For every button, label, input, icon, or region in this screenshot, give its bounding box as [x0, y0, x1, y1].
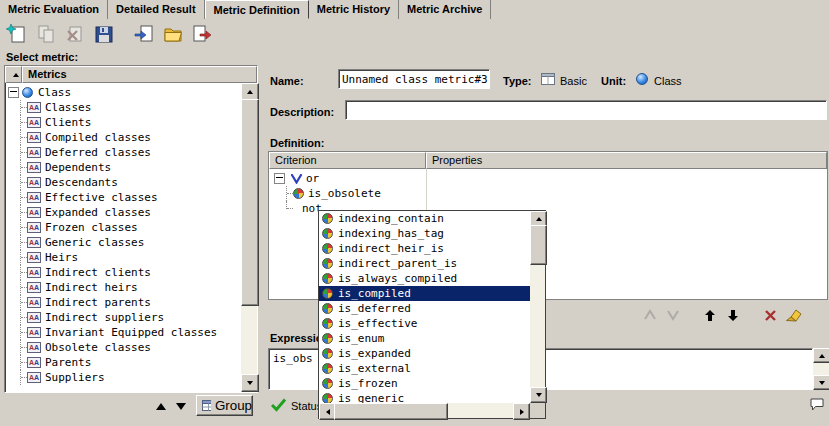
dropdown-item-is-compiled[interactable]: is_compiled [319, 286, 530, 301]
criterion-list: indexing_containindexing_has_tagindirect… [319, 211, 530, 403]
scroll-up-button[interactable] [813, 348, 829, 363]
tree-item-indirect-clients[interactable]: AAIndirect clients [5, 265, 241, 280]
tree-item-descendants[interactable]: AADescendants [5, 175, 241, 190]
dropdown-item-is-external[interactable]: is_external [319, 361, 530, 376]
tree-item-parents[interactable]: AAParents [5, 355, 241, 370]
open-metric-archive-button[interactable] [160, 22, 186, 46]
scrollbar-thumb[interactable] [334, 403, 448, 420]
tree-item-label: Indirect parents [45, 296, 151, 309]
tab-detailed-result[interactable]: Detailed Result [108, 0, 204, 19]
dropdown-item-label: indirect_parent_is [338, 257, 457, 270]
sort-column-header[interactable] [5, 66, 22, 83]
tree-item-generic-classes[interactable]: AAGeneric classes [5, 235, 241, 250]
tree-item-heirs[interactable]: AAHeirs [5, 250, 241, 265]
tree-item-invariant-equipped-classes[interactable]: AAInvariant Equipped classes [5, 325, 241, 340]
tree-item-effective-classes[interactable]: AAEffective classes [5, 190, 241, 205]
export-metrics-button[interactable] [189, 22, 215, 46]
dropdown-item-is-always-compiled[interactable]: is_always_compiled [319, 271, 530, 286]
description-input[interactable] [345, 100, 827, 120]
tree-item-classes[interactable]: AAClasses [5, 100, 241, 115]
tab-metric-definition[interactable]: Metric Definition [205, 0, 309, 19]
description-label: Description: [270, 106, 334, 118]
tree-item-compiled-classes[interactable]: AACompiled classes [5, 130, 241, 145]
dropdown-item-indirect-heir-is[interactable]: indirect_heir_is [319, 241, 530, 256]
tree-item-dependents[interactable]: AADependents [5, 160, 241, 175]
tree-connector [15, 370, 27, 385]
tree-item-label: Effective classes [45, 191, 158, 204]
scroll-right-button[interactable] [513, 403, 530, 420]
tree-item-label: Deferred classes [45, 146, 151, 159]
criterion-row-or[interactable]: or [269, 171, 827, 186]
group-toggle-button[interactable]: Group [196, 395, 253, 416]
scroll-down-button[interactable] [530, 387, 547, 403]
tree-connector [15, 100, 27, 115]
scrollbar-thumb[interactable] [241, 99, 259, 306]
tree-scrollbar[interactable] [241, 83, 257, 392]
insert-and-button[interactable] [640, 306, 660, 324]
collapse-icon[interactable] [8, 87, 19, 98]
dropdown-item-indexing-contain[interactable]: indexing_contain [319, 211, 530, 226]
tree-connector [15, 220, 27, 235]
move-metric-up-button[interactable] [152, 398, 170, 414]
scroll-down-button[interactable] [241, 374, 259, 392]
properties-column-header[interactable]: Properties [426, 152, 827, 169]
tree-item-deferred-classes[interactable]: AADeferred classes [5, 145, 241, 160]
metric-icon: AA [27, 147, 41, 158]
tree-item-suppliers[interactable]: AASuppliers [5, 370, 241, 385]
collapse-icon[interactable] [274, 173, 285, 184]
tree-item-clients[interactable]: AAClients [5, 115, 241, 130]
dropdown-item-indirect-parent-is[interactable]: indirect_parent_is [319, 256, 530, 271]
tree-item-expanded-classes[interactable]: AAExpanded classes [5, 205, 241, 220]
comment-button[interactable] [806, 394, 828, 415]
dropdown-item-is-effective[interactable]: is_effective [319, 316, 530, 331]
dropdown-item-is-deferred[interactable]: is_deferred [319, 301, 530, 316]
insert-or-button[interactable] [663, 306, 683, 324]
dropdown-item-is-enum[interactable]: is_enum [319, 331, 530, 346]
metrics-column-header[interactable]: Metrics [22, 66, 257, 83]
save-metric-button[interactable] [91, 22, 117, 46]
metric-icon: AA [27, 342, 41, 353]
tree-item-indirect-suppliers[interactable]: AAIndirect suppliers [5, 310, 241, 325]
metric-name-input[interactable]: Unnamed class metric#3 [338, 69, 490, 89]
dropdown-item-is-expanded[interactable]: is_expanded [319, 346, 530, 361]
tab-metric-evaluation[interactable]: Metric Evaluation [0, 0, 108, 19]
remove-metric-button[interactable] [62, 22, 88, 46]
erase-definition-button[interactable] [783, 306, 803, 324]
tree-connector [15, 295, 27, 310]
import-metrics-button[interactable] [131, 22, 157, 46]
tree-root-class[interactable]: Class [5, 85, 241, 100]
expression-scrollbar[interactable] [813, 348, 829, 390]
tree-item-indirect-heirs[interactable]: AAIndirect heirs [5, 280, 241, 295]
dropdown-item-is-frozen[interactable]: is_frozen [319, 376, 530, 391]
remove-metric-icon [64, 23, 86, 45]
tab-metric-history[interactable]: Metric History [309, 0, 399, 19]
move-criterion-down-button[interactable] [723, 306, 743, 324]
metric-icon: AA [27, 102, 41, 113]
criterion-column-header[interactable]: Criterion [269, 152, 426, 169]
scroll-down-button[interactable] [813, 375, 829, 390]
group-button-label: Group [215, 398, 252, 413]
dropdown-item-label: indirect_heir_is [338, 242, 444, 255]
tree-header: Metrics [5, 66, 257, 83]
new-metric-button[interactable] [4, 22, 30, 46]
dropdown-item-indexing-has-tag[interactable]: indexing_has_tag [319, 226, 530, 241]
criterion-row-is-obsolete[interactable]: is_obsolete [269, 186, 827, 201]
tree-item-frozen-classes[interactable]: AAFrozen classes [5, 220, 241, 235]
duplicate-metric-button[interactable] [33, 22, 59, 46]
tree-item-obsolete-classes[interactable]: AAObsolete classes [5, 340, 241, 355]
tree-item-label: Invariant Equipped classes [45, 326, 217, 339]
dropdown-vertical-scrollbar[interactable] [530, 211, 545, 403]
tree-item-label: Indirect clients [45, 266, 151, 279]
tree-item-indirect-parents[interactable]: AAIndirect parents [5, 295, 241, 310]
move-metric-down-button[interactable] [172, 398, 190, 414]
or-operator-icon [290, 174, 303, 184]
dropdown-item-is-generic[interactable]: is_generic [319, 391, 530, 403]
left-arrow-icon [326, 409, 330, 415]
dropdown-horizontal-scrollbar[interactable] [319, 403, 530, 418]
tab-metric-archive[interactable]: Metric Archive [399, 0, 491, 19]
remove-criterion-button[interactable] [760, 306, 780, 324]
scrollbar-thumb[interactable] [530, 225, 547, 265]
move-criterion-up-button[interactable] [700, 306, 720, 324]
basic-type-icon [541, 73, 555, 85]
class-unit-icon [636, 73, 648, 85]
